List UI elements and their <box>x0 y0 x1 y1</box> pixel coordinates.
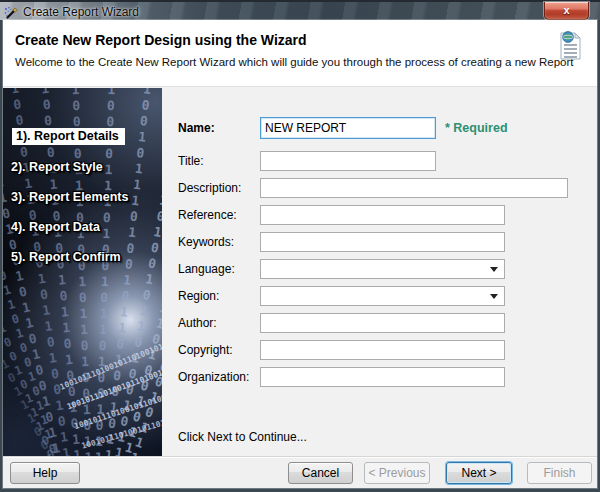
region-select-label: Region: <box>178 289 219 303</box>
reference-field-label: Reference: <box>178 208 237 222</box>
wizard-step-3: 3). Report Elements <box>11 190 128 204</box>
next-button[interactable]: Next > <box>446 462 512 484</box>
required-note: * Required <box>445 121 508 135</box>
wizard-step-1: 1). Report Details <box>12 128 125 145</box>
button-bar: Help Cancel < Previous Next > Finish <box>3 456 597 488</box>
wizard-steps-sidebar: 1001011101001011010010111001010011010111… <box>3 88 162 456</box>
window-title: Create Report Wizard <box>23 5 139 19</box>
help-button[interactable]: Help <box>10 462 80 484</box>
copyright-field[interactable] <box>260 340 505 360</box>
language-select-label: Language: <box>178 262 235 276</box>
author-field-label: Author: <box>178 316 217 330</box>
cancel-button[interactable]: Cancel <box>288 462 353 484</box>
report-details-form: * Required Click Next to Continue... Nam… <box>162 88 597 456</box>
language-select[interactable] <box>260 259 505 279</box>
previous-button[interactable]: < Previous <box>364 462 430 484</box>
wizard-header: Create New Report Design using the Wizar… <box>3 20 597 87</box>
wizard-step-4: 4). Report Data <box>11 220 100 234</box>
title-bar: Create Report Wizard x <box>0 0 600 20</box>
report-document-globe-icon <box>555 28 585 62</box>
name-field-label: Name: <box>178 121 215 135</box>
page-title: Create New Report Design using the Wizar… <box>15 32 307 48</box>
chevron-down-icon <box>490 267 498 272</box>
keywords-field-label: Keywords: <box>178 235 234 249</box>
wizard-step-2: 2). Report Style <box>11 160 103 174</box>
close-button[interactable]: x <box>544 2 589 20</box>
binary-code-decoration: 100101110100101101001011100101 <box>59 329 162 391</box>
binary-code-decoration: 100101110100101101001011100101 <box>81 402 162 450</box>
organization-field-label: Organization: <box>178 370 249 384</box>
finish-button[interactable]: Finish <box>527 462 592 484</box>
region-select[interactable] <box>260 286 505 306</box>
keywords-field[interactable] <box>260 232 505 252</box>
organization-field[interactable] <box>260 367 505 387</box>
copyright-field-label: Copyright: <box>178 343 233 357</box>
create-report-wizard-window: Create Report Wizard x Create New Report… <box>0 0 600 492</box>
next-hint-text: Click Next to Continue... <box>178 430 307 444</box>
chevron-down-icon <box>490 294 498 299</box>
name-field[interactable] <box>260 117 436 139</box>
description-field-label: Description: <box>178 181 241 195</box>
page-subtitle: Welcome to the Create New Report Wizard … <box>15 56 573 68</box>
description-field[interactable] <box>260 178 568 198</box>
binary-code-decoration: 100101110100101101001011100101 <box>66 354 162 412</box>
author-field[interactable] <box>260 313 505 333</box>
title-field[interactable] <box>260 151 436 171</box>
wizard-step-5: 5). Report Confirm <box>11 250 121 264</box>
reference-field[interactable] <box>260 205 505 225</box>
title-field-label: Title: <box>178 154 204 168</box>
dialog-client-area: Create New Report Design using the Wizar… <box>3 20 597 488</box>
binary-code-decoration: 100101110100101101001011100101 <box>73 378 162 431</box>
wizard-wand-icon <box>4 6 18 20</box>
